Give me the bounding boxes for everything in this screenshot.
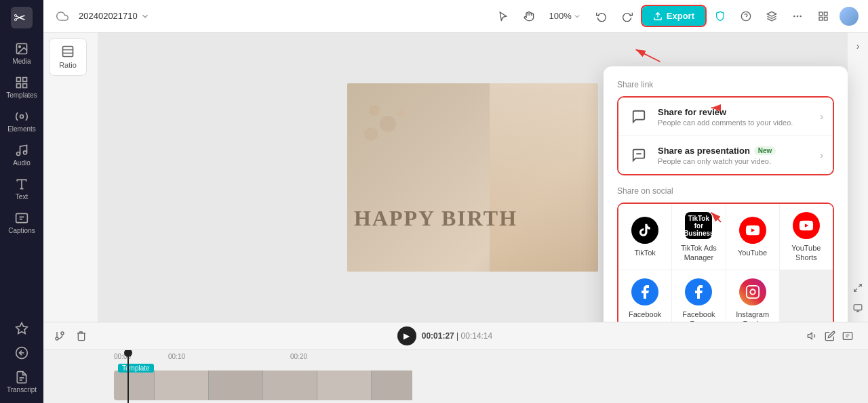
svg-point-33 xyxy=(369,105,380,116)
delete-btn[interactable] xyxy=(73,328,90,344)
svg-rect-30 xyxy=(63,47,73,57)
share-social-label: Share on social xyxy=(617,186,834,196)
right-bar: › xyxy=(848,33,868,322)
social-item-youtube-shorts[interactable]: YouTube Shorts xyxy=(780,204,833,270)
social-item-facebook-group[interactable]: Facebook group xyxy=(618,270,671,322)
social-item-tiktok[interactable]: TikTok xyxy=(618,204,671,270)
share-review-arrow: › xyxy=(820,111,823,122)
sidebar-item-star[interactable] xyxy=(3,318,41,339)
timeline-controls: ▶ 00:01:27 | 00:14:14 xyxy=(43,322,868,350)
facebook-page-icon xyxy=(685,278,712,305)
youtube-label: YouTube xyxy=(738,248,767,257)
svg-rect-6 xyxy=(23,84,27,88)
svg-point-34 xyxy=(380,116,396,132)
undo-btn[interactable] xyxy=(591,5,612,27)
app-logo: ✂ xyxy=(9,5,34,30)
youtube-shorts-label: YouTube Shorts xyxy=(784,243,829,263)
share-review-title: Share for review xyxy=(658,107,812,117)
topbar: 202402021710 100% Export xyxy=(43,0,868,33)
cursor-tool-btn[interactable] xyxy=(492,5,514,27)
sidebar-item-text[interactable]: Text xyxy=(3,173,41,205)
svg-rect-7 xyxy=(17,84,21,88)
svg-marker-55 xyxy=(808,333,812,339)
svg-point-3 xyxy=(19,46,20,48)
clip-strip[interactable] xyxy=(114,370,827,400)
main-area: 202402021710 100% Export xyxy=(43,0,868,403)
sidebar-item-templates[interactable]: Templates xyxy=(3,72,41,103)
editor-area: Ratio xyxy=(43,33,868,322)
new-badge: New xyxy=(754,146,776,155)
topbar-tools: 100% Export xyxy=(492,5,860,27)
time-marker-1: 00:10 xyxy=(168,353,290,360)
closed-captions-icon[interactable] xyxy=(841,329,854,343)
fullscreen-btn[interactable] xyxy=(850,280,866,296)
sidebar-item-transcript[interactable]: Transcript xyxy=(3,366,41,398)
sidebar-item-audio[interactable]: Audio xyxy=(3,140,41,171)
redo-btn[interactable] xyxy=(616,5,638,27)
svg-rect-13 xyxy=(16,213,28,222)
trim-btn[interactable] xyxy=(52,328,68,344)
export-button[interactable]: Export xyxy=(642,6,705,26)
svg-rect-56 xyxy=(843,333,852,340)
time-marker-0: 00:00 xyxy=(114,353,168,360)
social-item-tiktok-ads[interactable]: TikTokforBusiness TikTok Ads Manager xyxy=(672,204,725,270)
svg-point-54 xyxy=(56,337,58,340)
facebook-group-label: Facebook group xyxy=(623,310,667,322)
timeline-area: ▶ 00:01:27 | 00:14:14 xyxy=(43,322,868,403)
tv-btn[interactable] xyxy=(850,300,866,316)
tiktok-ads-label: TikTok Ads Manager xyxy=(676,243,721,263)
svg-point-24 xyxy=(800,16,801,16)
timeline-track: 00:00 00:10 00:20 Template xyxy=(43,350,868,403)
sidebar: ✂ Media Templates Elements Audio Text Ca… xyxy=(0,0,43,403)
more-icon[interactable] xyxy=(787,5,808,27)
svg-point-35 xyxy=(397,110,406,118)
tiktok-ads-icon: TikTokforBusiness xyxy=(685,212,712,239)
svg-point-9 xyxy=(17,152,20,156)
sidebar-bottom: Transcript xyxy=(3,318,41,398)
svg-rect-29 xyxy=(819,17,823,20)
edit-icon[interactable] xyxy=(823,329,837,343)
share-presentation-desc: People can only watch your video. xyxy=(658,157,812,165)
help-icon[interactable] xyxy=(735,5,757,27)
share-review-desc: People can add comments to your video. xyxy=(658,119,812,127)
social-box: TikTok TikTokforBusiness TikTok Ads Mana… xyxy=(617,203,834,322)
filename[interactable]: 202402021710 xyxy=(79,11,150,21)
sidebar-item-elements[interactable]: Elements xyxy=(3,106,41,137)
sidebar-item-captions[interactable]: Captions xyxy=(3,207,41,238)
share-presentation-title: Share as presentation xyxy=(658,146,750,156)
shield-icon[interactable] xyxy=(709,5,731,27)
social-item-instagram-reels[interactable]: Instagram Reels xyxy=(726,270,779,322)
facebook-group-icon xyxy=(631,278,658,305)
play-button[interactable]: ▶ xyxy=(397,326,416,345)
svg-rect-39 xyxy=(854,305,862,310)
expand-right-btn[interactable]: › xyxy=(850,38,866,54)
svg-line-37 xyxy=(859,284,861,287)
facebook-page-label: Facebook Page xyxy=(676,310,721,322)
avatar[interactable] xyxy=(838,5,860,27)
svg-line-38 xyxy=(854,289,857,291)
svg-rect-5 xyxy=(23,78,27,82)
hand-tool-btn[interactable] xyxy=(518,5,540,27)
share-review-icon xyxy=(628,106,650,127)
svg-marker-14 xyxy=(16,323,28,334)
sidebar-item-collapse[interactable] xyxy=(3,342,41,364)
social-item-facebook-page[interactable]: Facebook Page xyxy=(672,270,725,322)
timeline-side-controls xyxy=(800,329,860,343)
layers-icon[interactable] xyxy=(761,5,783,27)
sidebar-item-media[interactable]: Media xyxy=(3,38,41,69)
volume-icon[interactable] xyxy=(806,329,819,343)
svg-rect-26 xyxy=(819,12,823,16)
share-as-presentation-option[interactable]: Share as presentation New People can onl… xyxy=(618,135,833,174)
youtube-icon xyxy=(739,217,766,244)
svg-point-53 xyxy=(61,332,64,335)
ratio-button[interactable]: Ratio xyxy=(49,38,87,76)
social-item-youtube[interactable]: YouTube xyxy=(726,204,779,270)
time-marker-2: 00:20 xyxy=(290,353,412,360)
export-popup: Share link Share for review People can a… xyxy=(604,66,848,322)
layout-icon[interactable] xyxy=(812,5,834,27)
zoom-control[interactable]: 100% xyxy=(544,8,587,24)
share-for-review-option[interactable]: Share for review People can add comments… xyxy=(618,98,833,135)
cloud-icon xyxy=(52,5,73,27)
svg-point-25 xyxy=(794,16,795,16)
share-presentation-arrow: › xyxy=(820,150,823,161)
